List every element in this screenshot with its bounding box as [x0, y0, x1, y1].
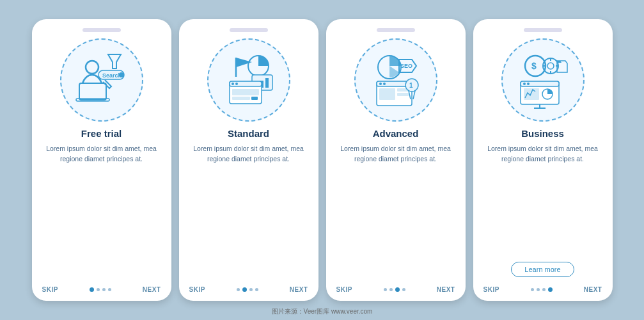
card-desc-advanced: Lorem ipsum dolor sit dim amet, mea regi…: [336, 144, 455, 280]
svg-text:Search: Search: [102, 72, 122, 79]
svg-rect-26: [379, 88, 395, 100]
business-illustration: $: [511, 48, 575, 112]
free-trial-illustration: Search: [70, 48, 134, 112]
svg-text:SEO: SEO: [400, 63, 412, 69]
footer-row-3: SKIP NEXT: [336, 286, 455, 293]
svg-point-25: [383, 83, 386, 85]
footer-row: SKIP NEXT: [42, 286, 161, 293]
skip-button-2[interactable]: SKIP: [189, 286, 205, 293]
main-container: Search Free trial Lorem ipsum dolor sit …: [0, 0, 644, 320]
svg-text:1: 1: [409, 82, 413, 89]
dot-3-3: [395, 287, 400, 292]
standard-icon-circle: [207, 38, 290, 122]
card-footer-standard: SKIP NEXT: [189, 280, 308, 293]
dot-4-3: [402, 288, 405, 291]
dot-2-4: [537, 288, 540, 291]
svg-rect-18: [232, 97, 250, 100]
card-title-free-trial: Free trial: [81, 128, 122, 139]
dot-3-2: [249, 288, 253, 291]
dot-4-2: [255, 288, 258, 291]
footer-row-4: SKIP NEXT: [483, 286, 602, 293]
svg-point-16: [235, 83, 238, 85]
next-button-3[interactable]: NEXT: [437, 286, 455, 293]
card-desc-free-trial: Lorem ipsum dolor sit dim amet, mea regi…: [42, 144, 161, 280]
standard-illustration: [217, 48, 281, 112]
advanced-icon-circle: SEO 1: [354, 38, 437, 122]
card-title-business: Business: [521, 128, 564, 139]
dots-indicator-2: [237, 287, 258, 292]
svg-rect-14: [230, 81, 262, 86]
card-desc-standard: Lorem ipsum dolor sit dim amet, mea regi…: [189, 144, 308, 280]
card-title-standard: Standard: [228, 128, 269, 139]
dots-indicator-3: [384, 287, 405, 292]
next-button-2[interactable]: NEXT: [290, 286, 308, 293]
dot-2-2: [242, 287, 247, 292]
svg-marker-6: [108, 54, 121, 68]
skip-button-4[interactable]: SKIP: [483, 286, 499, 293]
svg-point-0: [86, 61, 98, 74]
card-title-advanced: Advanced: [373, 128, 419, 139]
card-free-trial: Search Free trial Lorem ipsum dolor sit …: [32, 19, 171, 301]
card-footer-advanced: SKIP NEXT: [336, 280, 455, 293]
skip-button-3[interactable]: SKIP: [336, 286, 352, 293]
dot-1-3: [384, 288, 387, 291]
svg-rect-42: [521, 81, 559, 86]
next-button[interactable]: NEXT: [143, 286, 161, 293]
phone-top-bar-2: [230, 28, 268, 32]
svg-point-24: [379, 83, 382, 85]
business-icon-circle: $: [501, 38, 585, 122]
svg-point-5: [119, 72, 124, 77]
svg-point-15: [232, 83, 234, 85]
dot-3: [102, 288, 106, 291]
dot-2-3: [389, 288, 393, 291]
svg-point-36: [547, 63, 554, 69]
svg-rect-45: [524, 88, 539, 100]
card-footer-free-trial: SKIP NEXT: [42, 280, 161, 293]
svg-point-43: [523, 83, 526, 85]
dots-indicator-4: [531, 287, 553, 292]
svg-rect-12: [265, 78, 269, 88]
next-button-4[interactable]: NEXT: [584, 286, 602, 293]
skip-button[interactable]: SKIP: [42, 286, 58, 293]
svg-rect-17: [232, 89, 259, 95]
dot-1: [90, 287, 94, 292]
dot-2: [97, 288, 100, 291]
card-desc-business: Lorem ipsum dolor sit dim amet, mea regi…: [483, 144, 602, 259]
card-standard: Standard Lorem ipsum dolor sit dim amet,…: [179, 19, 318, 301]
advanced-illustration: SEO 1: [364, 48, 428, 112]
card-advanced: SEO 1 Advanced Lorem ipsum d: [326, 19, 466, 301]
phone-top-bar: [82, 28, 121, 32]
free-trial-icon-circle: Search: [60, 38, 143, 122]
phone-top-bar-4: [524, 28, 562, 32]
svg-rect-1: [79, 83, 106, 100]
dot-4: [108, 288, 111, 291]
svg-line-32: [413, 91, 415, 99]
dot-1-2: [237, 288, 240, 291]
learn-more-button[interactable]: Learn more: [511, 262, 574, 277]
watermark: 图片来源：Veer图库 www.veer.com: [0, 307, 644, 316]
phone-top-bar-3: [377, 28, 415, 32]
dot-4-4: [548, 287, 553, 292]
svg-point-44: [527, 83, 530, 85]
dot-1-4: [531, 288, 534, 291]
svg-rect-28: [397, 93, 409, 96]
footer-row-2: SKIP NEXT: [189, 286, 308, 293]
svg-text:$: $: [531, 61, 537, 71]
dots-indicator: [90, 287, 111, 292]
svg-rect-19: [251, 97, 258, 100]
dot-3-4: [542, 288, 546, 291]
card-business: $: [473, 19, 613, 301]
card-footer-business: Learn more SKIP NEXT: [483, 259, 602, 293]
